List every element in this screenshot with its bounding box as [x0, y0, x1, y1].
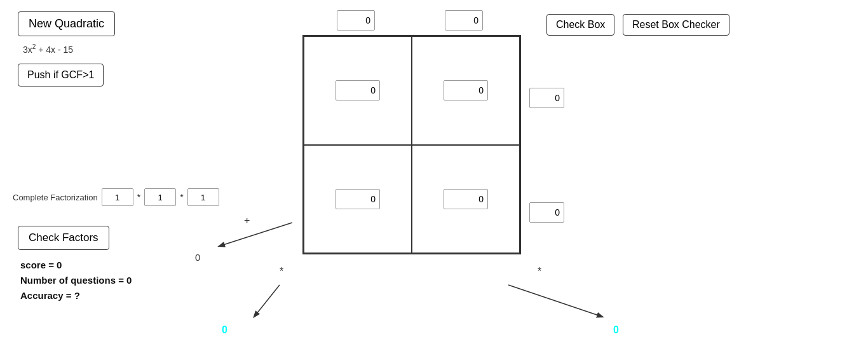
quadratic-expression-label: 3x2 + 4x - 15	[23, 43, 73, 55]
factorization-input-3[interactable]	[187, 188, 219, 206]
zero-label-left: 0	[195, 252, 200, 263]
cyan-zero-left: 0	[222, 324, 227, 336]
right-input-top-wrapper	[529, 88, 564, 108]
svg-line-2	[508, 285, 602, 317]
top-input-left[interactable]	[337, 10, 375, 31]
star-annotation-right: *	[538, 266, 541, 277]
check-factors-button[interactable]: Check Factors	[18, 226, 109, 250]
check-box-button[interactable]: Check Box	[546, 14, 614, 36]
top-input-left-wrapper	[337, 10, 375, 31]
score-label: score = 0	[20, 260, 62, 270]
new-quadratic-button[interactable]: New Quadratic	[18, 11, 115, 36]
cell-bottom-right	[412, 145, 520, 254]
push-gcf-button[interactable]: Push if GCF>1	[18, 64, 104, 87]
top-input-right[interactable]	[445, 10, 483, 31]
right-input-bottom[interactable]	[529, 202, 564, 223]
box-grid	[302, 35, 521, 254]
cell-input-bottom-left[interactable]	[336, 189, 380, 209]
mult-symbol-2: *	[180, 192, 183, 202]
accuracy-label: Accuracy = ?	[20, 290, 80, 301]
cell-input-top-left[interactable]	[336, 80, 380, 100]
cell-top-left	[304, 36, 412, 145]
reset-box-button[interactable]: Reset Box Checker	[623, 14, 729, 36]
factorization-row: Complete Factorization * *	[13, 188, 219, 206]
factorization-label: Complete Factorization	[13, 193, 98, 202]
factorization-input-2[interactable]	[144, 188, 176, 206]
cyan-zero-right: 0	[613, 324, 619, 336]
right-input-top[interactable]	[529, 88, 564, 108]
num-questions-label: Number of questions = 0	[20, 275, 132, 286]
top-input-right-wrapper	[445, 10, 483, 31]
cell-input-bottom-right[interactable]	[444, 189, 488, 209]
factorization-input-1[interactable]	[102, 188, 133, 206]
cell-input-top-right[interactable]	[444, 80, 488, 100]
svg-line-1	[254, 285, 280, 317]
star-annotation-left: *	[280, 266, 283, 277]
plus-annotation: +	[244, 215, 250, 226]
cell-top-right	[412, 36, 520, 145]
mult-symbol-1: *	[137, 192, 140, 202]
svg-line-0	[219, 223, 292, 246]
right-input-bottom-wrapper	[529, 202, 564, 223]
cell-bottom-left	[304, 145, 412, 254]
